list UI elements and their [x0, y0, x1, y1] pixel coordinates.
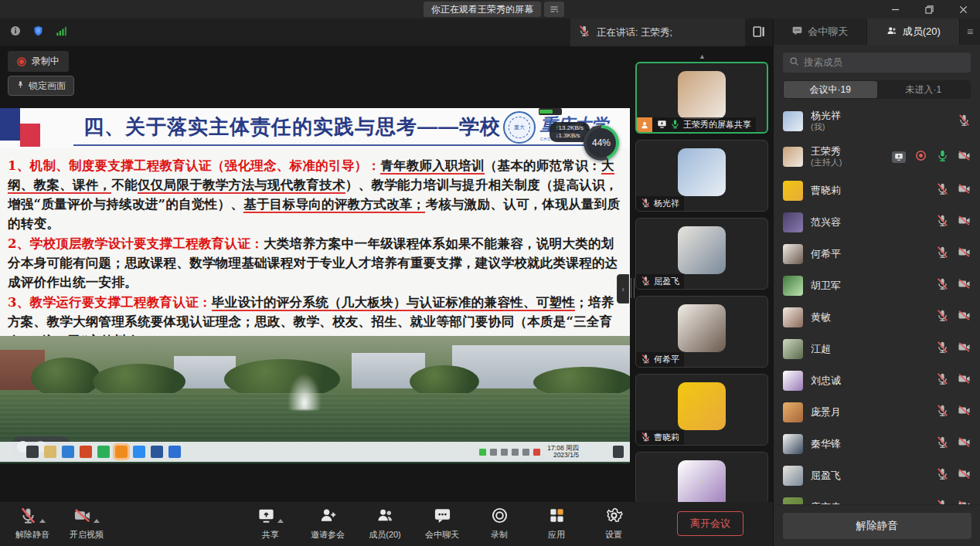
- cam-off-icon[interactable]: [958, 149, 971, 165]
- toolbar-unmute-button[interactable]: 解除静音: [11, 507, 54, 541]
- security-shield-icon[interactable]: [32, 25, 44, 40]
- mic-muted-icon[interactable]: [936, 404, 949, 420]
- mic-muted-icon[interactable]: [936, 372, 949, 388]
- tile-avatar: [678, 304, 726, 352]
- member-row[interactable]: 唐京忠: [774, 491, 980, 504]
- mic-muted-icon[interactable]: [936, 341, 949, 357]
- member-avatar: [783, 147, 803, 167]
- video-tile[interactable]: 王荣秀的屏幕共享: [635, 62, 768, 134]
- cam-off-icon[interactable]: [958, 499, 971, 504]
- member-row[interactable]: 胡卫军: [774, 270, 980, 301]
- member-row[interactable]: 刘忠诚: [774, 365, 980, 396]
- member-name: 秦华锋: [811, 439, 841, 449]
- mic-muted-icon[interactable]: [936, 182, 949, 198]
- mic-on-icon[interactable]: [936, 149, 949, 165]
- window-minimize-button[interactable]: [878, 0, 912, 19]
- person-add-icon: [319, 507, 337, 527]
- leave-meeting-button[interactable]: 离开会议: [677, 511, 744, 536]
- strip-resize-grip[interactable]: [631, 278, 635, 298]
- edge-browser-taskbar-icon: [62, 446, 74, 458]
- cam-off-icon[interactable]: [958, 404, 971, 420]
- recording-status[interactable]: 录制中: [8, 51, 69, 72]
- member-row[interactable]: 黄敏: [774, 301, 980, 333]
- strip-collapse-handle[interactable]: ›: [617, 274, 629, 304]
- strip-scroll-down-icon[interactable]: ▼: [699, 477, 706, 485]
- toolbar-record-button[interactable]: 录制: [478, 507, 521, 541]
- tab-chat[interactable]: 会中聊天: [774, 19, 867, 45]
- mic-muted-icon[interactable]: [958, 114, 971, 130]
- cam-off-icon[interactable]: [958, 214, 971, 230]
- mic-muted-icon[interactable]: [936, 246, 949, 262]
- cam-off-icon[interactable]: [958, 182, 971, 198]
- people-icon: [376, 507, 394, 527]
- banner-menu-icon[interactable]: [544, 2, 564, 17]
- member-row[interactable]: 庞景月: [774, 396, 980, 428]
- member-row[interactable]: 曹晓莉: [774, 175, 980, 206]
- filter-not-joined[interactable]: 未进入·1: [877, 81, 971, 98]
- slide-text-segment: 仅仅局限于教学方法与现代教育技术: [138, 178, 345, 194]
- member-row[interactable]: 王荣秀(主持人): [774, 139, 980, 175]
- strip-scroll-up-icon[interactable]: ▲: [699, 53, 706, 60]
- member-name: 刘忠诚: [811, 375, 841, 386]
- video-tile[interactable]: 杨光祥: [635, 140, 768, 212]
- cam-off-icon[interactable]: [958, 436, 971, 452]
- member-row[interactable]: 何希平: [774, 238, 980, 270]
- caret-up-icon[interactable]: [277, 519, 284, 523]
- taskbar-clock: 17:08 周四 2023/1/5: [547, 445, 579, 459]
- window-restore-button[interactable]: [912, 0, 946, 19]
- filter-in-meeting[interactable]: 会议中·19: [784, 81, 877, 98]
- member-name: 杨光祥: [811, 110, 841, 121]
- network-signal-icon[interactable]: [55, 25, 67, 40]
- tab-members[interactable]: 成员(20): [867, 19, 961, 45]
- mic-muted-icon[interactable]: [936, 309, 949, 325]
- window-close-button[interactable]: [946, 0, 980, 19]
- toolbar-members-button[interactable]: 成员(20): [363, 507, 407, 541]
- panel-tabs: 会中聊天 成员(20) ≡: [774, 19, 980, 45]
- member-row[interactable]: 屈盈飞: [774, 460, 980, 491]
- cam-off-icon[interactable]: [958, 277, 971, 293]
- member-row[interactable]: 秦华锋: [774, 428, 980, 460]
- member-row[interactable]: 杨光祥(我): [774, 103, 980, 139]
- mic-muted-icon[interactable]: [936, 277, 949, 293]
- toolbar-settings-button[interactable]: 设置: [592, 507, 635, 541]
- member-row[interactable]: 江超: [774, 333, 980, 365]
- slide-text-segment: 不能: [111, 178, 138, 192]
- cam-off-icon[interactable]: [958, 246, 971, 262]
- member-search[interactable]: [783, 53, 971, 73]
- mic-muted-icon[interactable]: [936, 499, 949, 504]
- toolbar-invite-button[interactable]: 邀请参会: [306, 507, 349, 541]
- cam-off-icon[interactable]: [958, 372, 971, 388]
- video-tile[interactable]: 曹晓莉: [635, 374, 768, 446]
- search-input[interactable]: [804, 57, 965, 68]
- info-icon[interactable]: [9, 25, 22, 40]
- mic-muted-icon[interactable]: [936, 467, 949, 483]
- caret-up-icon[interactable]: [39, 519, 46, 523]
- screen-share-icon: [657, 119, 667, 131]
- member-avatar: [783, 244, 803, 264]
- member-name: 庞景月: [811, 407, 841, 418]
- video-tile[interactable]: 何希平: [635, 296, 768, 368]
- caret-up-icon[interactable]: [94, 519, 100, 523]
- toolbar-start-video-button[interactable]: 开启视频: [65, 507, 108, 541]
- battery-percent-badge: 44%: [584, 125, 619, 161]
- lock-view-button[interactable]: 锁定画面: [8, 76, 74, 96]
- video-tile[interactable]: 屈盈飞: [635, 218, 768, 290]
- toolbar-apps-button[interactable]: 应用: [535, 507, 578, 541]
- cam-off-icon[interactable]: [958, 309, 971, 325]
- slide-paragraph: 1、机制、制度要支撑工程教育认证（强化理念、标准的引导）：青年教师入职培训（基本…: [8, 156, 621, 233]
- cam-off-icon[interactable]: [958, 341, 971, 357]
- toolbar-share-button[interactable]: 共享: [249, 507, 292, 541]
- cam-off-icon[interactable]: [958, 467, 971, 483]
- toolbar-chat-button[interactable]: 会中聊天: [420, 507, 464, 541]
- layout-switch-icon[interactable]: [750, 24, 768, 41]
- mic-muted-icon[interactable]: [936, 214, 949, 230]
- unmute-self-button[interactable]: 解除静音: [783, 513, 971, 539]
- member-avatar: [783, 434, 803, 454]
- mic-muted-icon: [641, 354, 651, 365]
- tile-avatar: [678, 148, 726, 196]
- mic-muted-icon[interactable]: [936, 436, 949, 452]
- tile-name: 曹晓莉: [654, 432, 679, 443]
- panel-menu-icon[interactable]: ≡: [960, 19, 980, 45]
- speaking-text: 正在讲话: 王荣秀;: [597, 26, 672, 39]
- member-row[interactable]: 范兴容: [774, 206, 980, 238]
